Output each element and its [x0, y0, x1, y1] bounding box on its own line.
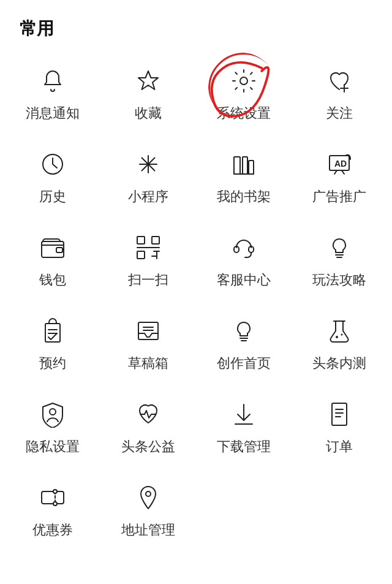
ad-icon: AD [322, 147, 356, 181]
flask-icon [322, 314, 356, 348]
gear-icon [227, 64, 261, 98]
ticket-icon [36, 480, 70, 515]
menu-item-label: 预约 [39, 354, 66, 373]
svg-rect-47 [42, 491, 64, 504]
svg-point-50 [146, 491, 151, 496]
menu-item-label: 订单 [326, 438, 353, 456]
menu-item-coupon[interactable]: 优惠券 [5, 467, 100, 550]
menu-item-address[interactable]: 地址管理 [100, 467, 196, 550]
menu-item-scan[interactable]: 扫一扫 [100, 217, 196, 300]
bell-icon [36, 64, 70, 98]
svg-rect-18 [56, 248, 62, 252]
doc-list-icon [322, 397, 356, 431]
menu-item-label: 下载管理 [217, 438, 271, 456]
heart-plus-icon [322, 64, 356, 98]
inbox-icon [131, 314, 165, 348]
menu-item-favorites[interactable]: 收藏 [100, 50, 196, 134]
menu-item-label: 广告推广 [312, 188, 366, 206]
headset-icon [227, 230, 261, 265]
menu-item-download[interactable]: 下载管理 [196, 384, 292, 467]
menu-item-label: 优惠券 [32, 521, 73, 539]
menu-item-label: 客服中心 [217, 271, 271, 289]
svg-rect-43 [332, 403, 347, 425]
shield-person-icon [36, 397, 70, 431]
menu-item-label: 历史 [39, 188, 66, 206]
menu-item-notification[interactable]: 消息通知 [5, 50, 100, 134]
heart-pulse-icon [131, 397, 165, 431]
svg-point-49 [53, 502, 57, 506]
section-title: 常用 [0, 0, 392, 50]
menu-item-label: 头条内测 [312, 354, 366, 373]
svg-point-48 [53, 490, 57, 493]
menu-item-settings[interactable]: 系统设置 [196, 50, 292, 134]
menu-item-label: 地址管理 [121, 521, 175, 539]
menu-item-label: 扫一扫 [128, 271, 168, 289]
menu-item-label: 收藏 [135, 104, 162, 123]
menu-item-wallet[interactable]: 钱包 [5, 217, 100, 300]
clock-icon [36, 147, 70, 181]
svg-rect-12 [249, 161, 254, 174]
asterisk-icon [131, 147, 165, 181]
svg-point-39 [336, 336, 338, 338]
menu-item-draft[interactable]: 草稿箱 [100, 300, 196, 384]
svg-rect-21 [152, 237, 159, 244]
menu-item-label: 系统设置 [217, 104, 271, 123]
menu-item-label: 钱包 [39, 271, 66, 289]
menu-item-beta[interactable]: 头条内测 [292, 300, 387, 384]
svg-text:AD: AD [334, 159, 347, 169]
menu-item-label: 关注 [326, 104, 353, 123]
menu-item-service[interactable]: 客服中心 [196, 217, 292, 300]
svg-rect-22 [137, 251, 145, 259]
svg-marker-0 [138, 71, 158, 89]
menu-item-label: 草稿箱 [128, 354, 168, 373]
menu-item-charity[interactable]: 头条公益 [100, 384, 196, 467]
menu-item-label: 玩法攻略 [312, 271, 366, 289]
menu-item-ad[interactable]: AD广告推广 [292, 134, 387, 217]
menu-item-label: 我的书架 [217, 188, 271, 206]
menu-item-label: 消息通知 [26, 104, 80, 123]
download-icon [227, 397, 261, 431]
svg-rect-20 [137, 237, 145, 244]
menu-item-reserve[interactable]: 预约 [5, 300, 100, 384]
menu-item-order[interactable]: 订单 [292, 384, 387, 467]
menu-item-bookshelf[interactable]: 我的书架 [196, 134, 292, 217]
scan-icon [131, 230, 165, 265]
menu-item-creation[interactable]: 创作首页 [196, 300, 292, 384]
bulb-icon [322, 230, 356, 265]
menu-item-history[interactable]: 历史 [5, 134, 100, 217]
bulb2-icon [227, 314, 261, 348]
menu-item-miniapp[interactable]: 小程序 [100, 134, 196, 217]
menu-item-privacy[interactable]: 隐私设置 [5, 384, 100, 467]
menu-item-tips[interactable]: 玩法攻略 [292, 217, 387, 300]
location-icon [131, 480, 165, 515]
menu-grid: 消息通知收藏系统设置关注历史小程序我的书架AD广告推广钱包扫一扫客服中心玩法攻略… [0, 50, 392, 550]
menu-item-follow[interactable]: 关注 [292, 50, 387, 134]
svg-rect-10 [243, 157, 247, 174]
svg-point-41 [50, 409, 56, 415]
svg-point-1 [240, 77, 247, 85]
menu-item-label: 创作首页 [217, 354, 271, 373]
svg-rect-9 [234, 157, 240, 174]
svg-point-40 [341, 334, 343, 336]
wallet-icon [36, 230, 70, 265]
menu-item-label: 小程序 [128, 188, 168, 206]
menu-item-label: 隐私设置 [26, 438, 80, 456]
menu-item-label: 头条公益 [121, 438, 175, 456]
bookshelf-icon [227, 147, 261, 181]
svg-rect-17 [42, 241, 64, 257]
clipboard-icon [36, 314, 70, 348]
star-icon [131, 64, 165, 98]
